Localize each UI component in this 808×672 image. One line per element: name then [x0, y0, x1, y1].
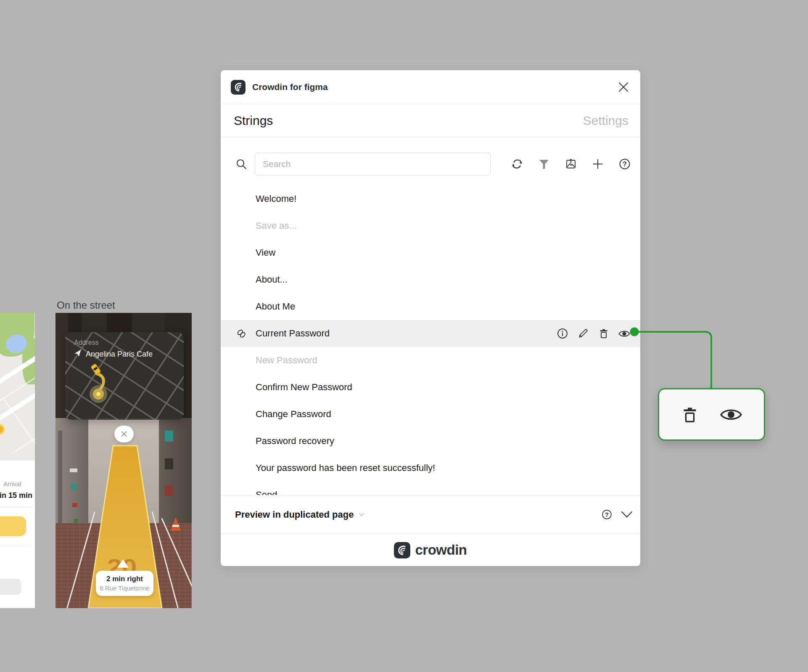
filter-icon: [538, 158, 550, 170]
row-actions: [556, 327, 631, 340]
string-actions-popover: [658, 388, 765, 441]
crowdin-wordmark: crowdin: [415, 542, 467, 558]
svg-text:?: ?: [623, 161, 627, 168]
string-row[interactable]: Password recovery: [221, 428, 640, 455]
modal-title: Crowdin for figma: [252, 82, 328, 92]
export-image-icon: [565, 158, 577, 170]
string-label: Save as...: [256, 220, 297, 231]
crowdin-logo-icon: [394, 542, 410, 558]
close-icon: [121, 431, 127, 437]
string-label: Change Password: [256, 409, 331, 420]
direction-card: 2 min right 6 Rue Tiquetonne: [96, 571, 153, 596]
search-icon: [236, 159, 247, 169]
direction-subtitle: 6 Rue Tiquetonne: [100, 585, 149, 592]
help-button[interactable]: ?: [618, 157, 632, 171]
modal-header: Crowdin for figma: [221, 70, 640, 104]
plus-icon: [592, 158, 604, 170]
string-row[interactable]: About...: [221, 266, 640, 293]
tab-settings[interactable]: Settings: [583, 114, 628, 128]
strings-list: Welcome! Save as... View About... About …: [221, 185, 640, 495]
string-delete-button[interactable]: [597, 327, 610, 340]
toggle-visibility-button[interactable]: [719, 406, 743, 423]
filter-button[interactable]: [537, 157, 551, 171]
string-edit-button[interactable]: [577, 327, 589, 340]
close-navigation-button[interactable]: [114, 426, 134, 442]
preview-mode-label[interactable]: Preview in duplicated page: [235, 509, 354, 520]
map-position-marker: [0, 424, 5, 435]
expand-preview-button[interactable]: [621, 509, 633, 521]
toolbar-icons: ?: [510, 157, 632, 171]
arrival-label: Arrival: [3, 480, 21, 487]
string-label: Current Password: [256, 328, 330, 339]
string-label: About...: [256, 274, 288, 285]
trash-icon: [598, 328, 610, 339]
modal-footer: crowdin: [221, 534, 640, 566]
string-label: New Password: [256, 355, 317, 366]
divider: [0, 545, 32, 545]
tab-bar: Strings Settings: [221, 104, 640, 137]
string-row[interactable]: New Password: [221, 347, 640, 374]
arrival-time: in 15 min: [0, 491, 32, 500]
string-row[interactable]: Change Password: [221, 401, 640, 428]
string-info-button[interactable]: [556, 327, 569, 340]
direction-title: 2 min right: [106, 575, 143, 583]
navigation-arrow-icon: [74, 349, 82, 357]
phone-mockup-map: Arrival in 15 min: [0, 313, 35, 608]
chevron-down-icon: [621, 511, 633, 518]
string-label: Welcome!: [256, 193, 296, 204]
frame-label: On the street: [57, 299, 115, 311]
string-row[interactable]: Your password has been reset successfull…: [221, 455, 640, 482]
crowdin-plugin-modal: Crowdin for figma Strings Settings: [221, 70, 640, 566]
address-map-card: Address Angelina Paris Cafe: [65, 332, 184, 420]
tab-strings[interactable]: Strings: [234, 114, 273, 128]
add-string-button[interactable]: [591, 157, 605, 171]
search-input[interactable]: [255, 153, 491, 175]
search-toolbar: ?: [221, 138, 640, 185]
sync-icon: [511, 158, 523, 170]
close-icon: [618, 81, 629, 93]
modal-close-button[interactable]: [617, 81, 630, 93]
address-label: Address: [74, 339, 99, 347]
string-label: Password recovery: [256, 436, 334, 447]
help-icon: ?: [618, 158, 631, 170]
chevron-down-icon[interactable]: [359, 513, 364, 517]
string-row[interactable]: View: [221, 239, 640, 266]
pencil-icon: [577, 328, 589, 339]
trash-icon: [681, 405, 699, 424]
preview-bar: Preview in duplicated page ?: [221, 495, 640, 534]
traffic-cone-icon: [171, 517, 181, 531]
string-label: Send: [256, 489, 277, 495]
string-row[interactable]: Confirm New Password: [221, 374, 640, 401]
string-label: About Me: [256, 301, 295, 312]
string-row[interactable]: About Me: [221, 293, 640, 320]
map-preview: [0, 313, 35, 460]
canvas: On the street Arrival in 15 min: [0, 0, 808, 672]
string-row[interactable]: Send: [221, 482, 640, 495]
strings-panel: ? Welcome! Save as... View About... Abou…: [221, 138, 640, 495]
eye-icon: [719, 406, 743, 423]
phone-mockup-ar-navigation: 20: [55, 313, 192, 608]
address-value: Angelina Paris Cafe: [86, 350, 153, 359]
svg-text:?: ?: [605, 511, 609, 518]
yellow-action-button[interactable]: [0, 516, 26, 536]
eye-icon: [618, 329, 631, 339]
string-label: Confirm New Password: [256, 382, 352, 393]
string-label: Your password has been reset successfull…: [256, 463, 435, 474]
info-icon: [557, 328, 568, 339]
preview-actions: ?: [601, 509, 633, 521]
export-image-button[interactable]: [564, 157, 578, 171]
link-icon: [236, 328, 247, 339]
string-row[interactable]: Save as...: [221, 212, 640, 239]
string-row-selected[interactable]: Current Password: [221, 320, 640, 347]
help-icon: ?: [601, 509, 613, 520]
string-visibility-button[interactable]: [618, 327, 631, 340]
preview-help-button[interactable]: ?: [601, 509, 613, 521]
string-row[interactable]: Welcome!: [221, 185, 640, 212]
crowdin-logo-icon: [231, 80, 246, 95]
sync-button[interactable]: [510, 157, 524, 171]
string-label: View: [256, 247, 275, 258]
map-road: [0, 388, 35, 426]
gray-button[interactable]: [0, 579, 21, 595]
delete-string-button[interactable]: [681, 405, 699, 424]
divider: [0, 507, 32, 508]
